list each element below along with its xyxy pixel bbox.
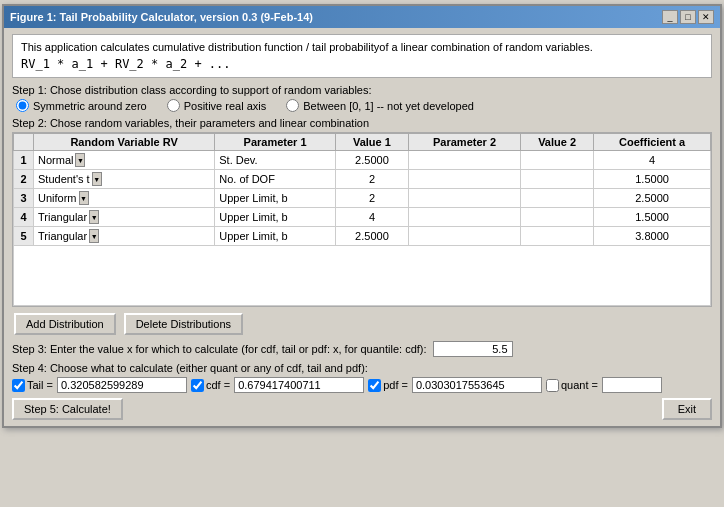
- val2-cell[interactable]: [521, 170, 594, 189]
- radio-positive-label: Positive real axis: [184, 100, 267, 112]
- radio-symmetric-label: Symmetric around zero: [33, 100, 147, 112]
- radio-between-label: Between [0, 1] -- not yet developed: [303, 100, 474, 112]
- param2-cell: [408, 170, 520, 189]
- radio-between[interactable]: Between [0, 1] -- not yet developed: [286, 99, 474, 112]
- content-area: This application calculates cumulative d…: [4, 28, 720, 426]
- val1-cell[interactable]: 2.5000: [335, 151, 408, 170]
- window-title: Figure 1: Tail Probability Calculator, v…: [10, 11, 313, 23]
- param1-cell: Upper Limit, b: [215, 227, 336, 246]
- distribution-table: Random Variable RV Parameter 1 Value 1 P…: [13, 133, 711, 306]
- pdf-checkbox-label[interactable]: pdf =: [368, 379, 408, 392]
- val1-cell[interactable]: 2: [335, 189, 408, 208]
- delete-distributions-button[interactable]: Delete Distributions: [124, 313, 243, 335]
- cdf-checkbox-label[interactable]: cdf =: [191, 379, 230, 392]
- radio-positive-input[interactable]: [167, 99, 180, 112]
- cdf-checkbox[interactable]: [191, 379, 204, 392]
- table-row: 4Triangular▼Upper Limit, b41.5000: [14, 208, 711, 227]
- quant-checkbox-label[interactable]: quant =: [546, 379, 598, 392]
- tail-checkbox[interactable]: [12, 379, 25, 392]
- val1-cell[interactable]: 2.5000: [335, 227, 408, 246]
- exit-button[interactable]: Exit: [662, 398, 712, 420]
- rv-cell[interactable]: Student's t▼: [34, 170, 215, 189]
- quant-checkbox[interactable]: [546, 379, 559, 392]
- table-row: 3Uniform▼Upper Limit, b22.5000: [14, 189, 711, 208]
- radio-symmetric[interactable]: Symmetric around zero: [16, 99, 147, 112]
- param1-cell: St. Dev.: [215, 151, 336, 170]
- param2-cell: [408, 227, 520, 246]
- step3-input[interactable]: [433, 341, 513, 357]
- coeff-cell[interactable]: 3.8000: [594, 227, 711, 246]
- rv-cell[interactable]: Normal▼: [34, 151, 215, 170]
- row-number: 2: [14, 170, 34, 189]
- table-row: 5Triangular▼Upper Limit, b2.50003.8000: [14, 227, 711, 246]
- radio-positive[interactable]: Positive real axis: [167, 99, 267, 112]
- val2-cell[interactable]: [521, 208, 594, 227]
- row-number: 4: [14, 208, 34, 227]
- rv-cell[interactable]: Triangular▼: [34, 208, 215, 227]
- table-row: 1Normal▼St. Dev.2.50004: [14, 151, 711, 170]
- coeff-cell[interactable]: 4: [594, 151, 711, 170]
- param2-cell: [408, 208, 520, 227]
- cdf-label: cdf =: [206, 379, 230, 391]
- pdf-checkbox[interactable]: [368, 379, 381, 392]
- titlebar: Figure 1: Tail Probability Calculator, v…: [4, 6, 720, 28]
- coeff-cell[interactable]: 2.5000: [594, 189, 711, 208]
- val1-cell[interactable]: 4: [335, 208, 408, 227]
- formula-text: RV_1 * a_1 + RV_2 * a_2 + ...: [21, 57, 703, 71]
- rv-dropdown-arrow[interactable]: ▼: [92, 172, 102, 186]
- step1-label: Step 1: Chose distribution class accordi…: [12, 84, 712, 96]
- col-header-num: [14, 134, 34, 151]
- col-header-param2: Parameter 2: [408, 134, 520, 151]
- radio-between-input[interactable]: [286, 99, 299, 112]
- col-header-param1: Parameter 1: [215, 134, 336, 151]
- rv-cell[interactable]: Triangular▼: [34, 227, 215, 246]
- titlebar-buttons: _ □ ✕: [662, 10, 714, 24]
- maximize-button[interactable]: □: [680, 10, 696, 24]
- rv-label: Uniform: [38, 192, 77, 204]
- row-number: 5: [14, 227, 34, 246]
- distribution-table-container: Random Variable RV Parameter 1 Value 1 P…: [12, 132, 712, 307]
- param1-cell: Upper Limit, b: [215, 189, 336, 208]
- coeff-cell[interactable]: 1.5000: [594, 208, 711, 227]
- step4-row: Tail = cdf = pdf = quant =: [12, 377, 712, 393]
- quant-label: quant =: [561, 379, 598, 391]
- main-window: Figure 1: Tail Probability Calculator, v…: [2, 4, 722, 428]
- pdf-label: pdf =: [383, 379, 408, 391]
- close-button[interactable]: ✕: [698, 10, 714, 24]
- step3-label: Step 3: Enter the value x for which to c…: [12, 343, 427, 355]
- rv-label: Triangular: [38, 230, 87, 242]
- param2-cell: [408, 151, 520, 170]
- step1-radio-group: Symmetric around zero Positive real axis…: [12, 99, 712, 112]
- val2-cell[interactable]: [521, 227, 594, 246]
- minimize-button[interactable]: _: [662, 10, 678, 24]
- rv-dropdown-arrow[interactable]: ▼: [89, 210, 99, 224]
- step5-row: Step 5: Calculate! Exit: [12, 398, 712, 420]
- val2-cell[interactable]: [521, 189, 594, 208]
- pdf-value-input[interactable]: [412, 377, 542, 393]
- rv-label: Normal: [38, 154, 73, 166]
- row-number: 1: [14, 151, 34, 170]
- add-distribution-button[interactable]: Add Distribution: [14, 313, 116, 335]
- rv-dropdown-arrow[interactable]: ▼: [89, 229, 99, 243]
- val1-cell[interactable]: 2: [335, 170, 408, 189]
- tail-checkbox-label[interactable]: Tail =: [12, 379, 53, 392]
- col-header-coeff: Coefficient a: [594, 134, 711, 151]
- quant-value-input[interactable]: [602, 377, 662, 393]
- step4-label: Step 4: Choose what to calculate (either…: [12, 362, 712, 374]
- distribution-buttons: Add Distribution Delete Distributions: [12, 313, 712, 335]
- calculate-button[interactable]: Step 5: Calculate!: [12, 398, 123, 420]
- empty-row: [14, 246, 711, 306]
- coeff-cell[interactable]: 1.5000: [594, 170, 711, 189]
- rv-cell[interactable]: Uniform▼: [34, 189, 215, 208]
- tail-value-input[interactable]: [57, 377, 187, 393]
- radio-symmetric-input[interactable]: [16, 99, 29, 112]
- param1-cell: No. of DOF: [215, 170, 336, 189]
- rv-dropdown-arrow[interactable]: ▼: [79, 191, 89, 205]
- step2-label: Step 2: Chose random variables, their pa…: [12, 117, 712, 129]
- param1-cell: Upper Limit, b: [215, 208, 336, 227]
- rv-label: Student's t: [38, 173, 90, 185]
- cdf-value-input[interactable]: [234, 377, 364, 393]
- val2-cell[interactable]: [521, 151, 594, 170]
- table-row: 2Student's t▼No. of DOF21.5000: [14, 170, 711, 189]
- rv-dropdown-arrow[interactable]: ▼: [75, 153, 85, 167]
